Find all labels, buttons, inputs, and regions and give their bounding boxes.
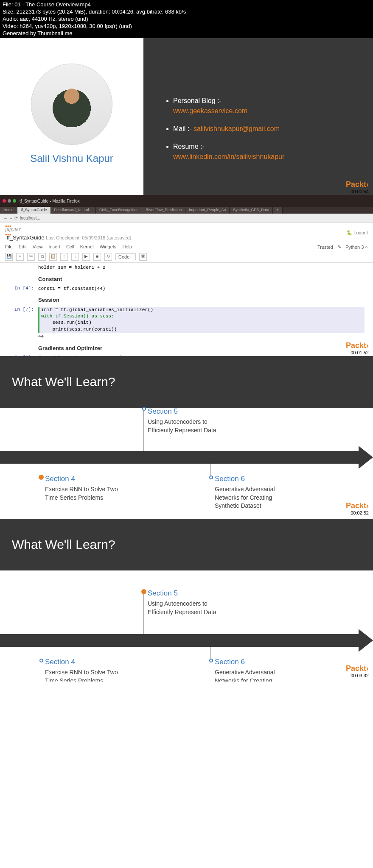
browser-tab[interactable]: Synthetic_GPS_Data	[230, 207, 273, 214]
packt-logo: Packt›	[346, 341, 369, 350]
section-dot-icon	[39, 475, 44, 480]
menu-insert[interactable]: Insert	[48, 244, 60, 250]
intro-left: Salil Vishnu Kapur	[0, 38, 143, 195]
code-cell[interactable]: const1 = tf.constant(44)	[38, 286, 365, 292]
cut-icon[interactable]: ✂	[27, 253, 35, 261]
packt-corner: Packt› 00:01:52	[346, 341, 369, 355]
window-max-icon[interactable]	[13, 199, 16, 203]
intro-right: Personal Blog :-www.geekasservice.com Ma…	[143, 38, 373, 195]
packt-logo: Packt›	[346, 501, 369, 510]
section-dot-icon	[209, 476, 213, 479]
slide-learn-1: What We'll Learn? Section 5 Using Autoen…	[0, 356, 373, 519]
meta-video: Video: h264, yuv420p, 1920x1080, 30.00 f…	[3, 23, 370, 30]
mail-item: Mail :- salilvishnukapur@gmail.com	[173, 124, 360, 134]
celltype-dropdown[interactable]: Code	[115, 253, 136, 260]
jupyter-logo-icon: jupyter	[5, 224, 131, 234]
blog-item: Personal Blog :-www.geekasservice.com	[173, 96, 360, 116]
cell-prompt: In [7]:	[8, 307, 38, 333]
packt-corner: Packt› 00:03:32	[346, 664, 369, 678]
add-cell-icon[interactable]: +	[16, 253, 24, 261]
section-desc: Using Autoencoders to Efficiently Repres…	[148, 418, 224, 434]
paste-icon[interactable]: 📋	[49, 253, 57, 261]
kernel-indicator: Python 3 ○	[345, 245, 368, 250]
window-min-icon[interactable]	[8, 199, 11, 203]
arrow-head-icon	[359, 629, 373, 652]
timestamp: 00:01:52	[351, 350, 369, 355]
section-title: Section 4	[45, 474, 121, 484]
code-line[interactable]: holder_sum = holder1 + 2	[38, 264, 365, 271]
slide-jupyter: tf_SyntaxGuide - Mozilla Firefox Home tf…	[0, 195, 373, 356]
timestamp: 00:02:52	[351, 510, 369, 515]
menu-cell[interactable]: Cell	[66, 244, 74, 250]
jupyter-menubar: File Edit View Insert Cell Kernel Widget…	[0, 243, 373, 251]
learn-title: What We'll Learn?	[0, 519, 373, 570]
section-title: Section 6	[215, 657, 291, 667]
menu-view[interactable]: View	[33, 244, 43, 250]
trusted-badge: Trusted	[317, 245, 333, 250]
packt-corner: Packt› 00:02:52	[346, 501, 369, 515]
resume-item: Resume :-www.linkedin.com/in/salilvishnu…	[173, 142, 360, 162]
checkpoint-text: Last Checkpoint: 05/09/2018 (autosaved)	[46, 235, 131, 240]
section-heading: Session	[38, 296, 365, 304]
timeline-arrow	[0, 451, 365, 464]
browser-tab[interactable]: RiverFlow_Prediction	[142, 207, 185, 214]
browser-tab[interactable]: Important_People_Au	[185, 207, 230, 214]
window-close-icon[interactable]	[3, 199, 6, 203]
edit-icon[interactable]: ✎	[337, 244, 341, 250]
menu-kernel[interactable]: Kernel	[80, 244, 94, 250]
meta-audio: Audio: aac, 44100 Hz, stereo (und)	[3, 16, 370, 23]
browser-tab[interactable]: Home	[0, 207, 17, 214]
timestamp: 00:03:32	[351, 673, 369, 678]
browser-tab[interactable]: CNN_FaceRecognition	[96, 207, 142, 214]
section-heading: Constant	[38, 275, 365, 283]
browser-titlebar: tf_SyntaxGuide - Mozilla Firefox	[0, 195, 373, 207]
code-cell[interactable]: init = tf.global_variables_initializer()…	[38, 307, 365, 333]
packt-corner: Packt› 00:00:54	[346, 180, 369, 194]
menu-file[interactable]: File	[5, 244, 13, 250]
section-title: Section 4	[45, 657, 121, 667]
timeline-arrow	[0, 634, 365, 647]
section-dot-icon	[39, 659, 43, 662]
section-5-block: Section 5 Using Autoencoders to Efficien…	[148, 406, 224, 434]
browser-tab[interactable]: tf_SyntaxGuide	[17, 207, 51, 214]
learn-title: What We'll Learn?	[0, 356, 373, 408]
section-dot-icon	[141, 589, 146, 594]
section-dot-icon	[209, 659, 213, 662]
browser-tab[interactable]: Feedforward_Neural...	[51, 207, 96, 214]
section-6-block: Section 6 Generative Adversarial Network…	[215, 474, 291, 510]
mail-link[interactable]: salilvishnukapur@gmail.com	[194, 125, 280, 132]
save-icon[interactable]: 💾	[5, 253, 13, 261]
resume-link[interactable]: www.linkedin.com/in/salilvishnukapur	[173, 153, 284, 160]
section-heading: Gradients and Optimizer	[38, 345, 365, 352]
move-up-icon[interactable]: ↑	[60, 253, 68, 261]
blog-link[interactable]: www.geekasservice.com	[173, 107, 247, 114]
stop-icon[interactable]: ■	[93, 253, 101, 261]
section-6-block: Section 6 Generative Adversarial Network…	[215, 657, 291, 682]
browser-tab[interactable]: +	[273, 207, 282, 214]
copy-icon[interactable]: ⧉	[38, 253, 46, 261]
jupyter-header: jupyter tf_SyntaxGuide Last Checkpoint: …	[0, 223, 373, 243]
menu-help[interactable]: Help	[122, 244, 132, 250]
section-4-block: Section 4 Exercise RNN to Solve Two Time…	[45, 657, 121, 682]
cell-prompt: In [4]:	[8, 286, 38, 292]
section-4-block: Section 4 Exercise RNN to Solve Two Time…	[45, 474, 121, 502]
menu-edit[interactable]: Edit	[19, 244, 27, 250]
address-bar[interactable]: ← → ⟳ localhost...	[0, 214, 373, 223]
section-5-block: Section 5 Using Autoencoders to Efficien…	[148, 588, 224, 616]
menu-widgets[interactable]: Widgets	[100, 244, 117, 250]
packt-logo: Packt›	[346, 180, 369, 189]
slide-intro: Salil Vishnu Kapur Personal Blog :-www.g…	[0, 38, 373, 195]
section-desc: Generative Adversarial Networks for Crea…	[215, 485, 291, 510]
section-title: Section 6	[215, 474, 291, 484]
run-icon[interactable]: ▶	[82, 253, 90, 261]
move-down-icon[interactable]: ↓	[71, 253, 79, 261]
restart-icon[interactable]: ↻	[104, 253, 112, 261]
stem-line	[143, 409, 144, 451]
section-desc: Generative Adversarial Networks for Crea…	[215, 668, 291, 682]
logout-link[interactable]: 🐍 Logout	[346, 230, 368, 236]
command-palette-icon[interactable]: ⌘	[139, 253, 147, 261]
notebook-title[interactable]: tf_SyntaxGuide	[7, 234, 45, 241]
timestamp: 00:00:54	[351, 189, 369, 194]
author-photo	[31, 64, 112, 145]
section-title: Section 5	[148, 588, 224, 598]
